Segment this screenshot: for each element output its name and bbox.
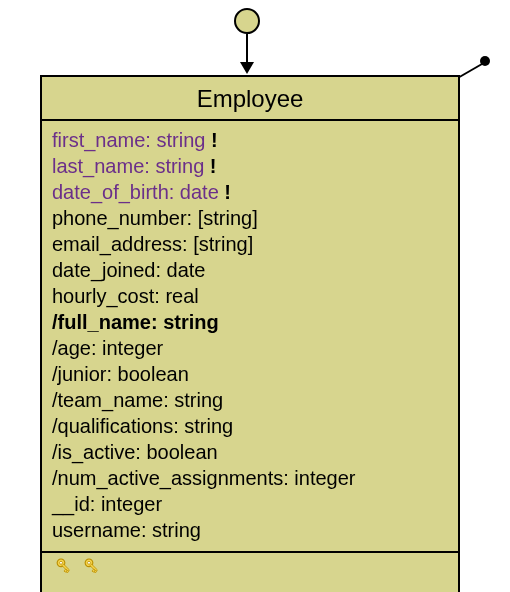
attr-junior: /junior: boolean — [52, 361, 448, 387]
class-box-employee: Employee first_name: string ! last_name:… — [40, 75, 460, 592]
uml-canvas: Employee first_name: string ! last_name:… — [0, 0, 510, 592]
attr-num-active-assignments: /num_active_assignments: integer — [52, 465, 448, 491]
interface-lollipop — [234, 8, 260, 34]
attr-is-active: /is_active: boolean — [52, 439, 448, 465]
realization-connector — [246, 34, 248, 64]
attr-date-of-birth: date_of_birth: date ! — [52, 179, 448, 205]
key-icon — [50, 557, 72, 583]
attr-qualifications: /qualifications: string — [52, 413, 448, 439]
attr-hourly-cost: hourly_cost: real — [52, 283, 448, 309]
attr-id: __id: integer — [52, 491, 448, 517]
attr-email-address: email_address: [string] — [52, 231, 448, 257]
operations-compartment — [42, 553, 458, 592]
attr-last-name: last_name: string ! — [52, 153, 448, 179]
attr-date-joined: date_joined: date — [52, 257, 448, 283]
class-title: Employee — [42, 77, 458, 121]
corner-endpoint — [480, 56, 490, 66]
attr-team-name: /team_name: string — [52, 387, 448, 413]
attr-username: username: string — [52, 517, 448, 543]
key-icon — [78, 557, 100, 583]
attribute-compartment: first_name: string ! last_name: string !… — [42, 121, 458, 553]
attr-age: /age: integer — [52, 335, 448, 361]
attr-phone-number: phone_number: [string] — [52, 205, 448, 231]
realization-arrowhead — [240, 62, 254, 74]
attr-full-name: /full_name: string — [52, 309, 448, 335]
attr-first-name: first_name: string ! — [52, 127, 448, 153]
